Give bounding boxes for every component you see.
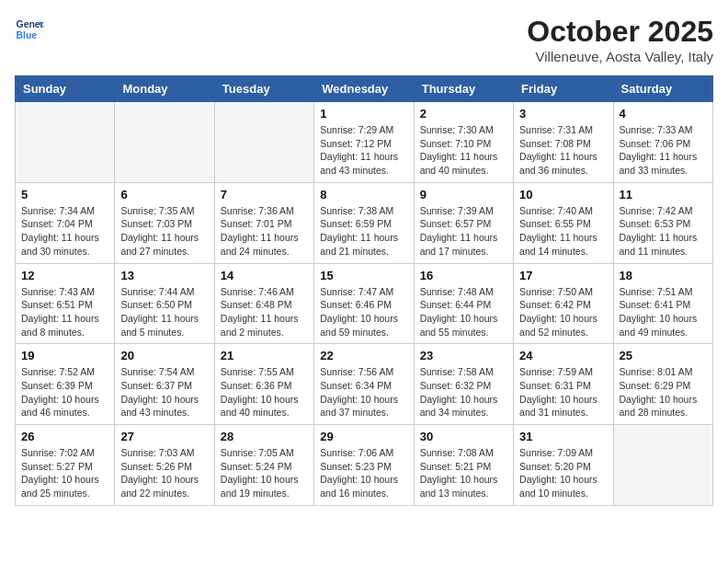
cell-info: Sunrise: 7:33 AMSunset: 7:06 PMDaylight:…: [620, 123, 707, 178]
calendar-week-row: 1 Sunrise: 7:29 AMSunset: 7:12 PMDayligh…: [16, 102, 713, 183]
cell-date: 24: [519, 349, 607, 362]
calendar-cell: 19 Sunrise: 7:52 AMSunset: 6:39 PMDaylig…: [16, 344, 115, 425]
page-header: General Blue October 2025 Villeneuve, Ao…: [15, 15, 713, 64]
logo-icon: General Blue: [15, 15, 44, 44]
cell-date: 28: [221, 430, 308, 443]
calendar-cell: 18 Sunrise: 7:51 AMSunset: 6:41 PMDaylig…: [613, 263, 712, 344]
cell-info: Sunrise: 7:46 AMSunset: 6:48 PMDaylight:…: [221, 285, 308, 339]
cell-info: Sunrise: 7:59 AMSunset: 6:31 PMDaylight:…: [519, 365, 607, 419]
calendar-cell: 3 Sunrise: 7:31 AMSunset: 7:08 PMDayligh…: [514, 102, 613, 183]
cell-date: 31: [519, 430, 607, 443]
header-wednesday: Wednesday: [314, 76, 414, 102]
calendar-cell: 24 Sunrise: 7:59 AMSunset: 6:31 PMDaylig…: [514, 344, 613, 425]
cell-info: Sunrise: 7:38 AMSunset: 6:59 PMDaylight:…: [320, 204, 407, 259]
cell-info: Sunrise: 7:40 AMSunset: 6:55 PMDaylight:…: [519, 204, 607, 259]
cell-date: 14: [221, 269, 308, 282]
cell-date: 30: [420, 430, 507, 443]
calendar-table: Sunday Monday Tuesday Wednesday Thursday…: [15, 75, 713, 506]
calendar-cell: 15 Sunrise: 7:47 AMSunset: 6:46 PMDaylig…: [314, 263, 414, 344]
cell-info: Sunrise: 7:03 AMSunset: 5:26 PMDaylight:…: [120, 446, 208, 500]
cell-date: 8: [320, 188, 407, 201]
cell-date: 9: [420, 188, 507, 201]
header-friday: Friday: [514, 76, 613, 102]
cell-info: Sunrise: 7:06 AMSunset: 5:23 PMDaylight:…: [320, 446, 407, 500]
calendar-cell: 2 Sunrise: 7:30 AMSunset: 7:10 PMDayligh…: [414, 102, 513, 183]
calendar-subtitle: Villeneuve, Aosta Valley, Italy: [527, 49, 713, 64]
cell-info: Sunrise: 7:51 AMSunset: 6:41 PMDaylight:…: [620, 285, 707, 339]
calendar-cell: 10 Sunrise: 7:40 AMSunset: 6:55 PMDaylig…: [514, 182, 613, 263]
cell-info: Sunrise: 7:43 AMSunset: 6:51 PMDaylight:…: [21, 285, 108, 339]
calendar-week-row: 26 Sunrise: 7:02 AMSunset: 5:27 PMDaylig…: [16, 425, 713, 506]
cell-info: Sunrise: 7:05 AMSunset: 5:24 PMDaylight:…: [221, 446, 308, 500]
calendar-cell: [115, 102, 214, 183]
calendar-week-row: 5 Sunrise: 7:34 AMSunset: 7:04 PMDayligh…: [16, 182, 713, 263]
cell-date: 3: [519, 107, 607, 121]
cell-date: 2: [420, 107, 507, 121]
cell-date: 27: [120, 430, 208, 443]
cell-date: 12: [21, 269, 108, 282]
calendar-cell: 16 Sunrise: 7:48 AMSunset: 6:44 PMDaylig…: [414, 263, 513, 344]
calendar-cell: 6 Sunrise: 7:35 AMSunset: 7:03 PMDayligh…: [115, 182, 214, 263]
calendar-week-row: 19 Sunrise: 7:52 AMSunset: 6:39 PMDaylig…: [16, 344, 713, 425]
calendar-cell: 27 Sunrise: 7:03 AMSunset: 5:26 PMDaylig…: [115, 425, 214, 506]
cell-info: Sunrise: 7:48 AMSunset: 6:44 PMDaylight:…: [420, 285, 507, 339]
cell-info: Sunrise: 7:31 AMSunset: 7:08 PMDaylight:…: [519, 123, 607, 178]
cell-date: 22: [320, 349, 407, 362]
calendar-cell: 30 Sunrise: 7:08 AMSunset: 5:21 PMDaylig…: [414, 425, 513, 506]
cell-date: 18: [620, 269, 707, 282]
cell-date: 4: [620, 107, 707, 121]
header-thursday: Thursday: [414, 76, 513, 102]
cell-date: 13: [120, 269, 208, 282]
calendar-cell: 25 Sunrise: 8:01 AMSunset: 6:29 PMDaylig…: [613, 344, 712, 425]
cell-info: Sunrise: 7:47 AMSunset: 6:46 PMDaylight:…: [320, 285, 407, 339]
header-monday: Monday: [115, 76, 214, 102]
cell-date: 11: [620, 188, 707, 201]
cell-info: Sunrise: 7:42 AMSunset: 6:53 PMDaylight:…: [620, 204, 707, 259]
header-tuesday: Tuesday: [214, 76, 313, 102]
cell-info: Sunrise: 7:29 AMSunset: 7:12 PMDaylight:…: [320, 123, 407, 178]
calendar-cell: 26 Sunrise: 7:02 AMSunset: 5:27 PMDaylig…: [16, 425, 115, 506]
calendar-cell: 21 Sunrise: 7:55 AMSunset: 6:36 PMDaylig…: [214, 344, 313, 425]
calendar-week-row: 12 Sunrise: 7:43 AMSunset: 6:51 PMDaylig…: [16, 263, 713, 344]
cell-date: 1: [320, 107, 407, 121]
cell-info: Sunrise: 7:58 AMSunset: 6:32 PMDaylight:…: [420, 365, 507, 419]
calendar-cell: 22 Sunrise: 7:56 AMSunset: 6:34 PMDaylig…: [314, 344, 414, 425]
calendar-cell: 7 Sunrise: 7:36 AMSunset: 7:01 PMDayligh…: [214, 182, 313, 263]
calendar-cell: 8 Sunrise: 7:38 AMSunset: 6:59 PMDayligh…: [314, 182, 414, 263]
cell-date: 26: [21, 430, 108, 443]
title-block: October 2025 Villeneuve, Aosta Valley, I…: [527, 15, 713, 64]
calendar-cell: 12 Sunrise: 7:43 AMSunset: 6:51 PMDaylig…: [16, 263, 115, 344]
cell-date: 15: [320, 269, 407, 282]
cell-info: Sunrise: 7:54 AMSunset: 6:37 PMDaylight:…: [120, 365, 208, 419]
cell-date: 25: [620, 349, 707, 362]
cell-info: Sunrise: 7:09 AMSunset: 5:20 PMDaylight:…: [519, 446, 607, 500]
header-sunday: Sunday: [16, 76, 115, 102]
cell-info: Sunrise: 7:55 AMSunset: 6:36 PMDaylight:…: [221, 365, 308, 419]
cell-date: 7: [221, 188, 308, 201]
cell-date: 10: [519, 188, 607, 201]
cell-info: Sunrise: 7:44 AMSunset: 6:50 PMDaylight:…: [120, 285, 208, 339]
calendar-cell: 9 Sunrise: 7:39 AMSunset: 6:57 PMDayligh…: [414, 182, 513, 263]
cell-info: Sunrise: 7:50 AMSunset: 6:42 PMDaylight:…: [519, 285, 607, 339]
svg-text:Blue: Blue: [17, 30, 38, 40]
cell-date: 20: [120, 349, 208, 362]
calendar-cell: 1 Sunrise: 7:29 AMSunset: 7:12 PMDayligh…: [314, 102, 414, 183]
calendar-cell: 17 Sunrise: 7:50 AMSunset: 6:42 PMDaylig…: [514, 263, 613, 344]
calendar-cell: 28 Sunrise: 7:05 AMSunset: 5:24 PMDaylig…: [214, 425, 313, 506]
cell-info: Sunrise: 7:30 AMSunset: 7:10 PMDaylight:…: [420, 123, 507, 178]
calendar-cell: 11 Sunrise: 7:42 AMSunset: 6:53 PMDaylig…: [613, 182, 712, 263]
cell-info: Sunrise: 7:35 AMSunset: 7:03 PMDaylight:…: [120, 204, 208, 259]
calendar-cell: 5 Sunrise: 7:34 AMSunset: 7:04 PMDayligh…: [16, 182, 115, 263]
header-saturday: Saturday: [613, 76, 712, 102]
cell-date: 6: [120, 188, 208, 201]
cell-date: 23: [420, 349, 507, 362]
weekday-header-row: Sunday Monday Tuesday Wednesday Thursday…: [16, 76, 713, 102]
cell-info: Sunrise: 7:52 AMSunset: 6:39 PMDaylight:…: [21, 365, 108, 419]
calendar-cell: 29 Sunrise: 7:06 AMSunset: 5:23 PMDaylig…: [314, 425, 414, 506]
calendar-cell: [16, 102, 115, 183]
cell-info: Sunrise: 7:34 AMSunset: 7:04 PMDaylight:…: [21, 204, 108, 259]
cell-info: Sunrise: 8:01 AMSunset: 6:29 PMDaylight:…: [620, 365, 707, 419]
cell-info: Sunrise: 7:39 AMSunset: 6:57 PMDaylight:…: [420, 204, 507, 259]
calendar-cell: [214, 102, 313, 183]
cell-date: 17: [519, 269, 607, 282]
